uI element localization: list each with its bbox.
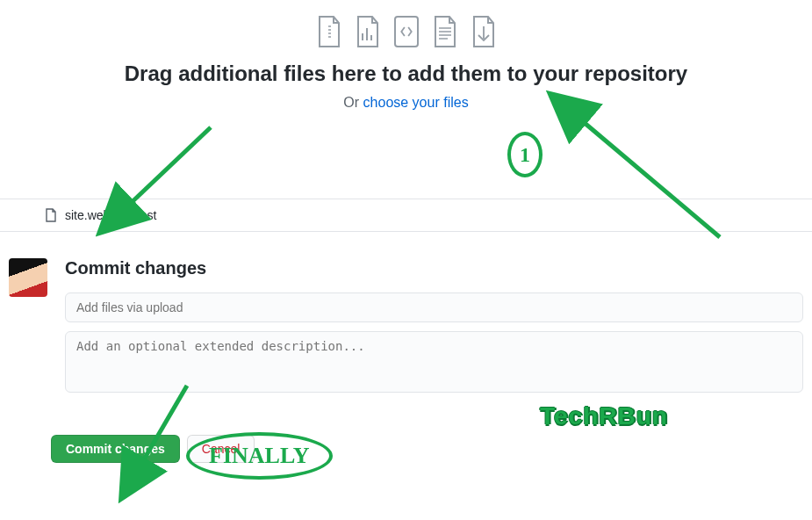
commit-section: Commit changes bbox=[0, 258, 812, 396]
watermark-text: TechRBun bbox=[540, 402, 668, 430]
chart-file-icon bbox=[356, 16, 380, 47]
choose-files-link[interactable]: choose your files bbox=[363, 95, 469, 110]
commit-section-title: Commit changes bbox=[65, 258, 803, 278]
pdf-file-icon bbox=[471, 16, 496, 47]
annotation-step-1-circle: 1 bbox=[507, 132, 543, 177]
cancel-button[interactable]: Cancel bbox=[187, 435, 255, 463]
file-icon bbox=[44, 208, 58, 222]
avatar bbox=[9, 258, 47, 297]
commit-summary-input[interactable] bbox=[65, 292, 803, 322]
file-name: site.webmanifest bbox=[65, 208, 156, 222]
zip-icon bbox=[317, 16, 341, 47]
file-row: site.webmanifest bbox=[0, 199, 812, 231]
dropzone-subtext: Or choose your files bbox=[0, 95, 812, 111]
commit-description-input[interactable] bbox=[65, 331, 803, 393]
uploaded-files-list: site.webmanifest bbox=[0, 199, 812, 232]
file-type-icons-row bbox=[0, 16, 812, 47]
text-file-icon bbox=[433, 16, 457, 47]
commit-button-row: Commit changes Cancel bbox=[51, 435, 812, 463]
or-prefix: Or bbox=[343, 95, 363, 110]
dropzone-heading: Drag additional files here to add them t… bbox=[0, 61, 812, 86]
commit-changes-button[interactable]: Commit changes bbox=[51, 435, 180, 463]
code-file-icon bbox=[394, 16, 419, 47]
